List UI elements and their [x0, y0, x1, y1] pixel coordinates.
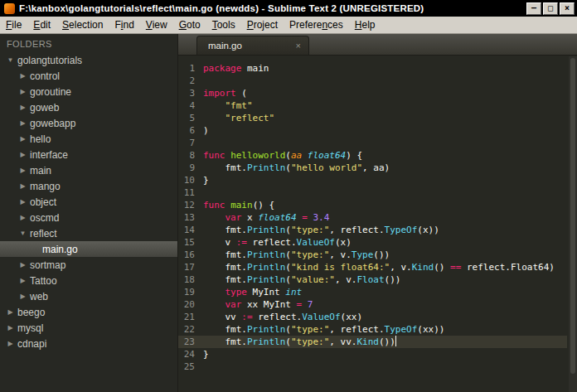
menu-tools[interactable]: Tools	[206, 17, 241, 32]
code-line-22[interactable]: 22 fmt.Println("type:", reflect.TypeOf(x…	[178, 323, 567, 336]
menu-help[interactable]: Help	[349, 17, 381, 32]
menu-goto[interactable]: Goto	[173, 17, 206, 32]
code-line-8[interactable]: 8func helloworld(aa float64) {	[178, 149, 567, 162]
menu-project[interactable]: Project	[241, 17, 284, 32]
code-line-9[interactable]: 9 fmt.Println("hello world", aa)	[178, 162, 567, 174]
chevron-right-icon[interactable]: ▶	[17, 135, 28, 143]
chevron-right-icon[interactable]: ▶	[17, 104, 28, 111]
tree-folder-cdnapi[interactable]: ▶cdnapi	[0, 336, 177, 351]
code-text: package main	[203, 62, 269, 75]
tree-folder-reflect[interactable]: ▼reflect	[0, 225, 177, 241]
tree-item-label: mysql	[17, 322, 43, 334]
menu-view[interactable]: View	[140, 17, 173, 32]
code-text: "reflect"	[203, 112, 274, 124]
vertical-scrollbar[interactable]	[569, 56, 577, 392]
chevron-right-icon[interactable]: ▶	[17, 277, 28, 284]
code-line-25[interactable]: 25	[178, 361, 567, 373]
chevron-down-icon[interactable]: ▼	[5, 56, 16, 64]
code-line-18[interactable]: 18 fmt.Println("value:", v.Float())	[178, 273, 567, 286]
code-text: func main() {	[203, 199, 274, 211]
line-number: 11	[178, 186, 203, 199]
tree-item-label: main.go	[42, 244, 78, 255]
tree-item-label: cdnapi	[17, 338, 46, 350]
tree-folder-golangtutorials[interactable]: ▼golangtutorials	[0, 52, 177, 68]
code-line-2[interactable]: 2	[178, 75, 567, 87]
chevron-right-icon[interactable]: ▶	[17, 88, 28, 95]
chevron-right-icon[interactable]: ▶	[17, 167, 28, 174]
chevron-right-icon[interactable]: ▶	[17, 182, 28, 190]
line-number: 16	[178, 249, 203, 261]
tree-file-main.go[interactable]: main.go	[0, 241, 177, 257]
code-line-24[interactable]: 24}	[178, 348, 567, 361]
code-line-12[interactable]: 12func main() {	[178, 199, 567, 211]
tree-folder-control[interactable]: ▶control	[0, 68, 177, 84]
tree-folder-hello[interactable]: ▶hello	[0, 131, 177, 147]
window-title: F:\kanbox\golangtutorials\reflect\main.g…	[19, 3, 526, 13]
chevron-right-icon[interactable]: ▶	[5, 308, 16, 316]
code-line-5[interactable]: 5 "reflect"	[178, 112, 567, 124]
code-line-21[interactable]: 21 vv := reflect.ValueOf(xx)	[178, 311, 567, 323]
code-text: vv := reflect.ValueOf(xx)	[203, 311, 362, 323]
tree-folder-mango[interactable]: ▶mango	[0, 178, 177, 194]
code-line-23[interactable]: 23 fmt.Println("type:", vv.Kind())	[178, 336, 567, 348]
code-line-14[interactable]: 14 fmt.Println("type:", reflect.TypeOf(x…	[178, 224, 567, 236]
tab-main-go[interactable]: main.go ×	[196, 36, 309, 55]
menu-preferences[interactable]: Preferences	[284, 17, 349, 32]
line-number: 24	[178, 348, 203, 361]
code-line-20[interactable]: 20 var xx MyInt = 7	[178, 298, 567, 311]
chevron-right-icon[interactable]: ▶	[17, 261, 28, 269]
code-line-6[interactable]: 6)	[178, 124, 567, 137]
tree-folder-beego[interactable]: ▶beego	[0, 304, 177, 320]
chevron-right-icon[interactable]: ▶	[5, 324, 16, 332]
tree-folder-interface[interactable]: ▶interface	[0, 147, 177, 162]
tree-folder-goroutine[interactable]: ▶goroutine	[0, 84, 177, 99]
tree-folder-main[interactable]: ▶main	[0, 162, 177, 178]
code-line-4[interactable]: 4 "fmt"	[178, 99, 567, 112]
tree-folder-goweb[interactable]: ▶goweb	[0, 99, 177, 115]
tree-folder-oscmd[interactable]: ▶oscmd	[0, 210, 177, 225]
tree-folder-tattoo[interactable]: ▶Tattoo	[0, 273, 177, 288]
code-line-10[interactable]: 10}	[178, 174, 567, 186]
chevron-down-icon[interactable]: ▼	[17, 230, 28, 237]
tree-item-label: oscmd	[30, 212, 59, 224]
tree-folder-gowebapp[interactable]: ▶gowebapp	[0, 115, 177, 131]
code-text: fmt.Println("kind is float64:", v.Kind()…	[203, 261, 555, 273]
code-line-3[interactable]: 3import (	[178, 87, 567, 99]
tree-item-label: golangtutorials	[17, 55, 82, 66]
scrollbar-thumb[interactable]	[570, 58, 575, 374]
close-button[interactable]: ×	[560, 2, 575, 15]
tree-folder-object[interactable]: ▶object	[0, 194, 177, 210]
chevron-right-icon[interactable]: ▶	[17, 119, 28, 127]
menu-selection[interactable]: Selection	[56, 17, 109, 32]
code-line-1[interactable]: 1package main	[178, 62, 567, 75]
tree-item-label: main	[30, 165, 51, 177]
line-number: 4	[178, 99, 203, 112]
code-editor[interactable]: 1package main23import (4 "fmt"5 "reflect…	[178, 56, 577, 392]
code-line-17[interactable]: 17 fmt.Println("kind is float64:", v.Kin…	[178, 261, 567, 273]
code-text: }	[203, 174, 209, 186]
menu-find[interactable]: Find	[109, 17, 139, 32]
chevron-right-icon[interactable]: ▶	[17, 214, 28, 221]
tree-folder-sortmap[interactable]: ▶sortmap	[0, 257, 177, 273]
code-line-19[interactable]: 19 type MyInt int	[178, 286, 567, 298]
code-lines[interactable]: 1package main23import (4 "fmt"5 "reflect…	[178, 56, 577, 373]
chevron-right-icon[interactable]: ▶	[17, 293, 28, 300]
tab-close-icon[interactable]: ×	[296, 41, 301, 51]
menu-file[interactable]: File	[0, 17, 27, 32]
chevron-right-icon[interactable]: ▶	[17, 72, 28, 80]
code-line-7[interactable]: 7	[178, 137, 567, 149]
code-line-13[interactable]: 13 var x float64 = 3.4	[178, 211, 567, 224]
code-line-11[interactable]: 11	[178, 186, 567, 199]
chevron-right-icon[interactable]: ▶	[5, 340, 16, 347]
code-text: var xx MyInt = 7	[203, 298, 313, 311]
sidebar: FOLDERS ▼golangtutorials▶control▶gorouti…	[0, 34, 178, 392]
minimize-button[interactable]: –	[526, 2, 541, 15]
chevron-right-icon[interactable]: ▶	[17, 151, 28, 158]
maximize-button[interactable]: □	[543, 2, 558, 15]
tree-folder-web[interactable]: ▶web	[0, 288, 177, 304]
menu-edit[interactable]: Edit	[27, 17, 56, 32]
code-line-16[interactable]: 16 fmt.Println("type:", v.Type())	[178, 249, 567, 261]
tree-folder-mysql[interactable]: ▶mysql	[0, 320, 177, 336]
code-line-15[interactable]: 15 v := reflect.ValueOf(x)	[178, 236, 567, 249]
chevron-right-icon[interactable]: ▶	[17, 198, 28, 206]
